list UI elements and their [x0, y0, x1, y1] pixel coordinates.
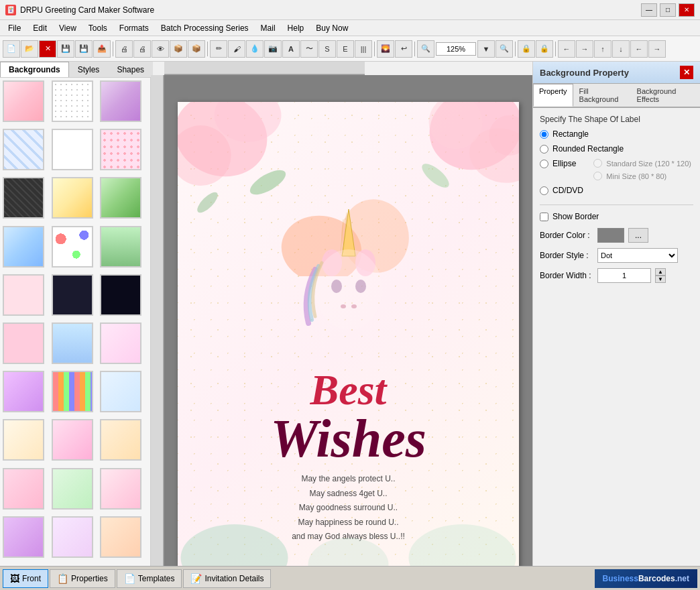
print-btn[interactable]: 🖨	[115, 40, 133, 58]
menu-edit[interactable]: Edit	[27, 22, 52, 34]
radio-cddvd[interactable]: CD/DVD	[540, 186, 693, 195]
paint-btn[interactable]: 🖌	[228, 40, 245, 58]
statusbtn-invitation[interactable]: 📝 Invitation Details	[183, 569, 271, 588]
bg-thumb-24[interactable]	[100, 419, 141, 461]
bg-thumb-1[interactable]	[3, 80, 44, 122]
bg-thumb-13[interactable]	[3, 274, 44, 316]
maximize-btn[interactable]: □	[660, 3, 676, 17]
export-btn[interactable]: 📦	[170, 40, 187, 58]
radio-rounded-rect[interactable]: Rounded Rectangle	[540, 144, 693, 154]
new-btn[interactable]: 📄	[3, 40, 20, 58]
emboss-btn[interactable]: E	[337, 40, 354, 58]
bg-thumb-14[interactable]	[52, 274, 93, 316]
open-btn[interactable]: 📂	[21, 40, 38, 58]
radio-cddvd-input[interactable]	[540, 186, 548, 195]
tab-shapes[interactable]: Shapes	[108, 62, 153, 77]
fwd-btn[interactable]: →	[576, 40, 593, 58]
up-btn[interactable]: ↑	[594, 40, 611, 58]
bg-thumb-11[interactable]	[52, 226, 93, 268]
menu-buynow[interactable]: Buy Now	[310, 22, 353, 34]
bg-thumb-22[interactable]	[3, 419, 44, 461]
radio-rectangle-input[interactable]	[540, 130, 548, 139]
bg-thumb-28[interactable]	[3, 516, 44, 558]
zoom-dropdown-btn[interactable]: ▼	[477, 40, 495, 58]
export2-btn[interactable]: 📦	[188, 40, 205, 58]
bg-thumb-6[interactable]	[100, 129, 141, 170]
bg-thumb-21[interactable]	[100, 371, 141, 412]
bg-thumb-4[interactable]	[3, 129, 44, 170]
spinner-up[interactable]: ▲	[655, 268, 666, 276]
close-btn[interactable]: ✕	[679, 3, 695, 17]
bg-thumb-7[interactable]	[3, 177, 44, 219]
property-close-btn[interactable]: ✕	[680, 66, 693, 79]
lock-btn[interactable]: 🔒	[518, 40, 535, 58]
menu-batch[interactable]: Batch Processing Series	[156, 22, 254, 34]
print2-btn[interactable]: 🖨	[133, 40, 151, 58]
bg-thumb-3[interactable]	[100, 80, 141, 122]
shadow-btn[interactable]: S	[318, 40, 336, 58]
border-color-picker-btn[interactable]: ...	[628, 228, 648, 243]
border-color-swatch[interactable]	[597, 228, 624, 243]
show-border-label[interactable]: Show Border	[552, 212, 599, 221]
back-btn[interactable]: ←	[558, 40, 575, 58]
statusbtn-templates[interactable]: 📄 Templates	[117, 569, 182, 588]
bg-thumb-20[interactable]	[52, 371, 93, 412]
radio-rounded-input[interactable]	[540, 145, 548, 154]
bg-thumb-12[interactable]	[100, 226, 141, 268]
border-width-input[interactable]	[597, 268, 651, 283]
close-doc-btn[interactable]: ✕	[39, 40, 56, 58]
bg-thumb-27[interactable]	[100, 468, 141, 510]
menu-mail[interactable]: Mail	[255, 22, 281, 34]
bg-thumb-26[interactable]	[52, 468, 93, 510]
statusbtn-front[interactable]: 🖼 Front	[3, 569, 48, 588]
bg-thumb-17[interactable]	[52, 322, 93, 364]
bg-thumb-25[interactable]	[3, 468, 44, 510]
bg-thumb-19[interactable]	[3, 371, 44, 412]
menu-file[interactable]: File	[3, 22, 26, 34]
lock2-btn[interactable]: 🔒	[536, 40, 553, 58]
menu-tools[interactable]: Tools	[83, 22, 113, 34]
card-canvas[interactable]: Best Wishes May the angels protect U.. M…	[178, 102, 519, 566]
barcode-btn[interactable]: |||	[355, 40, 372, 58]
pencil-btn[interactable]: ✏	[210, 40, 227, 58]
bg-thumb-10[interactable]	[3, 226, 44, 268]
prop-tab-property[interactable]: Property	[533, 84, 573, 107]
text-btn[interactable]: A	[282, 40, 300, 58]
radio-ellipse-input[interactable]	[540, 160, 548, 168]
dropper-btn[interactable]: 💧	[246, 40, 264, 58]
preview-btn[interactable]: 👁	[152, 40, 169, 58]
show-border-checkbox[interactable]	[540, 213, 548, 221]
save-btn[interactable]: 💾	[57, 40, 74, 58]
bg-thumb-9[interactable]	[100, 177, 141, 219]
bg-thumb-15[interactable]	[100, 274, 141, 316]
undo-btn[interactable]: ↩	[395, 40, 412, 58]
bg-thumb-30[interactable]	[100, 516, 141, 558]
bg-thumb-29[interactable]	[52, 516, 93, 558]
spinner-down[interactable]: ▼	[655, 276, 666, 283]
tab-backgrounds[interactable]: Backgrounds	[0, 62, 69, 77]
save-all-btn[interactable]: 💾	[75, 40, 93, 58]
zoom-out-btn[interactable]: 🔍	[495, 40, 513, 58]
bg-thumb-23[interactable]	[52, 419, 93, 461]
canvas-scroll[interactable]: Best Wishes May the angels protect U.. M…	[164, 75, 532, 566]
border-style-select[interactable]: Dot Solid Dash DashDot DashDotDot	[597, 248, 678, 263]
down-btn[interactable]: ↓	[612, 40, 630, 58]
left-btn[interactable]: ←	[630, 40, 648, 58]
menu-view[interactable]: View	[54, 22, 82, 34]
prop-tab-fill[interactable]: Fill Background	[573, 84, 631, 107]
right-btn[interactable]: →	[648, 40, 666, 58]
minimize-btn[interactable]: —	[641, 3, 657, 17]
bg-thumb-18[interactable]	[100, 322, 141, 364]
radio-ellipse[interactable]: Ellipse	[540, 159, 576, 168]
menu-help[interactable]: Help	[282, 22, 310, 34]
tab-styles[interactable]: Styles	[69, 62, 109, 77]
bg-thumb-16[interactable]	[3, 322, 44, 364]
bg-thumb-5[interactable]	[52, 129, 93, 170]
prop-tab-effects[interactable]: Background Effects	[631, 84, 700, 107]
wave-btn[interactable]: 〜	[300, 40, 318, 58]
statusbtn-properties[interactable]: 📋 Properties	[50, 569, 115, 588]
img-import-btn[interactable]: 🌄	[377, 40, 394, 58]
save-as-btn[interactable]: 📤	[93, 40, 111, 58]
menu-formats[interactable]: Formats	[114, 22, 154, 34]
radio-rectangle[interactable]: Rectangle	[540, 129, 693, 139]
